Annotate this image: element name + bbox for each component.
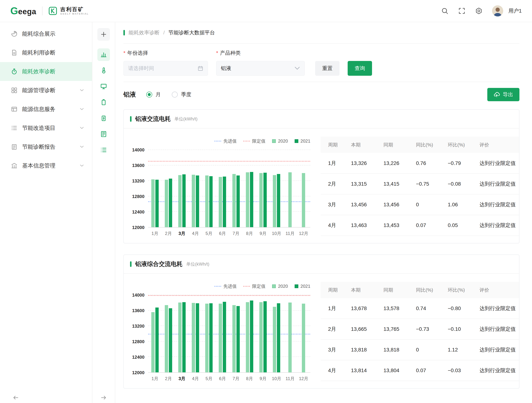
stopwatch-icon bbox=[11, 68, 17, 75]
fullscreen-icon[interactable] bbox=[458, 7, 466, 15]
bar-2021-8月[interactable] bbox=[250, 301, 253, 372]
bar-2020-10月[interactable] bbox=[273, 175, 276, 227]
rail-button-monitor-icon[interactable] bbox=[97, 80, 110, 93]
sidebar-item-label: 能源信息服务 bbox=[22, 106, 55, 113]
table-header-cell: 评价 bbox=[472, 282, 519, 298]
bar-2020-6月[interactable] bbox=[219, 304, 222, 372]
bar-2020-5月[interactable] bbox=[205, 304, 209, 372]
legend-item-限定值[interactable]: 限定值 bbox=[243, 138, 266, 144]
sidebar-item-能耗效率诊断[interactable]: 能耗效率诊断 bbox=[0, 62, 92, 81]
legend-item-先进值[interactable]: 先进值 bbox=[215, 138, 237, 144]
bar-2021-4月[interactable] bbox=[196, 176, 199, 227]
bar-2021-3月[interactable] bbox=[182, 174, 186, 227]
sidebar-item-能源信息服务[interactable]: 能源信息服务 bbox=[0, 100, 92, 119]
period-radio-月[interactable]: 月 bbox=[146, 91, 161, 98]
sidebar-item-基本信息管理[interactable]: 基本信息管理 bbox=[0, 156, 92, 175]
bar-2020-8月[interactable] bbox=[246, 172, 249, 227]
reset-button[interactable]: 重置 bbox=[315, 61, 340, 76]
sidebar-item-节能改造项目[interactable]: 节能改造项目 bbox=[0, 119, 92, 137]
bar-2021-1月[interactable] bbox=[155, 180, 159, 227]
bar-2020-1月[interactable] bbox=[151, 179, 155, 227]
chevron-down-icon bbox=[80, 126, 84, 129]
rail-button-list-icon[interactable] bbox=[97, 144, 110, 156]
bar-2021-1月[interactable] bbox=[155, 308, 159, 372]
year-picker-input[interactable]: 请选择时间 bbox=[123, 61, 208, 76]
legend-item-2021[interactable]: 2021 bbox=[295, 139, 310, 144]
bar-2020-12月[interactable] bbox=[302, 304, 305, 372]
legend-item-限定值[interactable]: 限定值 bbox=[243, 283, 266, 289]
rail-button-bar-chart-icon[interactable] bbox=[97, 48, 110, 61]
sidebar-item-节能诊断报告[interactable]: 节能诊断报告 bbox=[0, 137, 92, 156]
search-icon[interactable] bbox=[441, 7, 449, 15]
x-axis: 1月2月3月4月5月6月7月8月9月10月11月12月 bbox=[131, 227, 310, 236]
geely-material-logo[interactable]: 吉利百矿 GEELY MATERIAL bbox=[48, 6, 89, 15]
y-tick-label: 12400 bbox=[132, 355, 145, 359]
bar-2021-9月[interactable] bbox=[263, 173, 267, 227]
table-header-cell: 环比(%) bbox=[440, 137, 472, 153]
geega-logo-g: G bbox=[10, 6, 18, 16]
bar-2021-5月[interactable] bbox=[209, 303, 213, 372]
bar-2021-2月[interactable] bbox=[169, 179, 172, 227]
bar-2020-3月[interactable] bbox=[178, 302, 182, 372]
legend-item-先进值[interactable]: 先进值 bbox=[215, 283, 237, 289]
bar-2020-7月[interactable] bbox=[232, 305, 236, 372]
bar-2021-6月[interactable] bbox=[223, 302, 226, 372]
table-header-cell: 周期 bbox=[321, 137, 344, 153]
bar-2020-6月[interactable] bbox=[219, 177, 222, 227]
rail-button-battery-icon[interactable] bbox=[97, 96, 110, 109]
table-cell: 13,818 bbox=[344, 340, 376, 360]
rail-button-plus-icon[interactable] bbox=[97, 28, 110, 41]
bar-2020-4月[interactable] bbox=[192, 303, 195, 372]
geega-logo[interactable]: Geega bbox=[10, 6, 36, 16]
table-row: 2月13,66513,765−0.73−0.10达到行业限定值 bbox=[321, 319, 519, 340]
bar-2020-8月[interactable] bbox=[246, 302, 249, 372]
username[interactable]: 用户1 bbox=[508, 7, 522, 14]
bar-2021-2月[interactable] bbox=[169, 308, 172, 372]
bar-2020-9月[interactable] bbox=[259, 302, 263, 372]
bar-2020-2月[interactable] bbox=[165, 305, 168, 372]
bar-2020-1月[interactable] bbox=[151, 312, 155, 372]
period-radio-季度[interactable]: 季度 bbox=[172, 91, 191, 98]
breadcrumb-parent[interactable]: 能耗效率诊断 bbox=[129, 29, 160, 36]
export-button[interactable]: 导出 bbox=[487, 88, 519, 101]
bar-2020-4月[interactable] bbox=[192, 175, 195, 227]
bar-2021-4月[interactable] bbox=[196, 303, 199, 372]
bar-2021-8月[interactable] bbox=[250, 172, 253, 227]
arrow-right-icon[interactable] bbox=[101, 395, 107, 401]
arrow-left-icon[interactable] bbox=[13, 395, 19, 401]
rail-button-meter-icon[interactable] bbox=[97, 128, 110, 140]
bar-2020-11月[interactable] bbox=[288, 172, 292, 227]
rail-button-battery-charge-icon[interactable] bbox=[97, 112, 110, 125]
legend-item-2020[interactable]: 2020 bbox=[272, 284, 288, 289]
bar-2020-3月[interactable] bbox=[178, 175, 182, 227]
product-select[interactable]: 铝液 bbox=[216, 61, 305, 76]
product-field: *产品种类 铝液 bbox=[216, 50, 305, 76]
sidebar-item-能耗综合展示[interactable]: 能耗综合展示 bbox=[0, 24, 92, 43]
rail-button-thermometer-icon[interactable] bbox=[97, 64, 110, 77]
avatar[interactable] bbox=[492, 5, 503, 16]
bar-2021-3月[interactable] bbox=[182, 302, 186, 372]
bar-2020-11月[interactable] bbox=[288, 302, 292, 372]
bar-2020-9月[interactable] bbox=[259, 173, 263, 227]
x-tick-label: 12月 bbox=[297, 376, 310, 382]
bar-2021-5月[interactable] bbox=[209, 176, 213, 227]
bar-2020-12月[interactable] bbox=[302, 173, 305, 227]
bar-2020-5月[interactable] bbox=[205, 176, 209, 227]
settings-icon[interactable] bbox=[475, 7, 482, 15]
y-tick-label: 13600 bbox=[132, 163, 145, 168]
x-tick-label: 1月 bbox=[148, 376, 162, 382]
legend-item-2021[interactable]: 2021 bbox=[295, 284, 310, 289]
query-button[interactable]: 查询 bbox=[348, 61, 372, 76]
bar-2021-10月[interactable] bbox=[277, 174, 280, 227]
bar-2021-7月[interactable] bbox=[236, 176, 240, 227]
sidebar-item-能耗利用诊断[interactable]: 能耗利用诊断 bbox=[0, 43, 92, 62]
bar-2021-7月[interactable] bbox=[236, 306, 240, 372]
sidebar-item-能源管理诊断[interactable]: 能源管理诊断 bbox=[0, 81, 92, 100]
bar-2020-2月[interactable] bbox=[165, 180, 168, 227]
legend-item-2020[interactable]: 2020 bbox=[272, 139, 288, 144]
bar-2021-6月[interactable] bbox=[223, 176, 226, 227]
bar-2021-9月[interactable] bbox=[263, 301, 267, 372]
bar-2020-7月[interactable] bbox=[232, 174, 236, 227]
bar-2020-10月[interactable] bbox=[273, 307, 276, 372]
bar-2021-10月[interactable] bbox=[277, 303, 280, 372]
